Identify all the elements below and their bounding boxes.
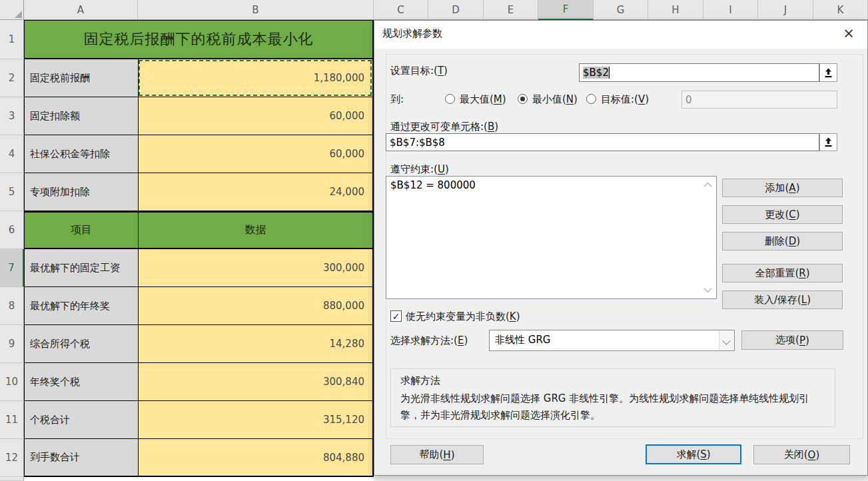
close-icon[interactable]: ×	[835, 22, 862, 45]
label-text: )	[502, 93, 506, 105]
column-header-d[interactable]: D	[428, 0, 484, 20]
mnemonic: V	[638, 93, 645, 105]
mnemonic: E	[458, 334, 464, 346]
cell-a3-label[interactable]: 固定扣除额	[24, 97, 138, 135]
cell-b2-value[interactable]: 1,180,000	[138, 59, 374, 97]
column-header-f-active[interactable]: F	[538, 0, 594, 20]
column-header-g[interactable]: G	[594, 0, 648, 20]
cell-b8-value[interactable]: 880,000	[138, 287, 374, 325]
range-picker-button-objective[interactable]	[819, 63, 837, 82]
radio-max-label[interactable]: 最大值(M)	[460, 93, 506, 106]
cell-a8-label[interactable]: 最优解下的年终奖	[24, 287, 138, 325]
row-header-6[interactable]: 6	[0, 211, 24, 249]
label-text: )	[805, 334, 809, 346]
row-header-7-active[interactable]: 7	[0, 249, 24, 287]
row-header-3[interactable]: 3	[0, 97, 24, 135]
changing-cells-input[interactable]: $B$7:$B$8	[386, 133, 819, 151]
non-negative-label[interactable]: 使无约束变量为非负数(K)	[406, 310, 520, 323]
cell-a6-section-header[interactable]: 项目	[24, 211, 138, 249]
label-text: )	[645, 93, 649, 105]
close-button[interactable]: 关闭(O)	[753, 445, 850, 464]
cell-b7-value[interactable]: 300,000	[138, 249, 374, 287]
load-save-button[interactable]: 装入/保存(L)	[722, 290, 843, 309]
label-text: )	[445, 163, 449, 175]
mnemonic: C	[789, 209, 795, 221]
row-header-13[interactable]	[0, 477, 24, 481]
row-header-11[interactable]: 11	[0, 401, 24, 439]
mnemonic: M	[494, 93, 502, 105]
label-text: 删除(	[765, 235, 789, 248]
column-header-j[interactable]: J	[758, 0, 813, 20]
collapse-dialog-icon	[824, 68, 833, 78]
constraints-listbox[interactable]: $B$12 = 800000	[386, 176, 717, 299]
change-constraint-button[interactable]: 更改(C)	[722, 205, 843, 224]
mnemonic: A	[789, 182, 795, 194]
non-negative-checkbox[interactable]: ✓	[390, 310, 402, 322]
dropdown-chevron-box[interactable]	[719, 330, 734, 350]
cell-a11-label[interactable]: 个税合计	[24, 401, 138, 439]
column-header-a[interactable]: A	[24, 0, 138, 20]
row-13-cells[interactable]	[24, 477, 374, 481]
row-header-9[interactable]: 9	[0, 325, 24, 363]
cell-b10-value[interactable]: 300,840	[138, 363, 374, 401]
help-button[interactable]: 帮助(H)	[390, 445, 484, 464]
changing-cells-label: 通过更改可变单元格:(B)	[390, 121, 498, 133]
column-header-k[interactable]: K	[813, 0, 868, 20]
column-header-h[interactable]: H	[648, 0, 703, 20]
radio-value-of-label[interactable]: 目标值:(V)	[601, 93, 649, 106]
column-header-e[interactable]: E	[484, 0, 538, 20]
cell-a12-label[interactable]: 到手数合计	[24, 439, 138, 477]
radio-min-selected[interactable]	[518, 94, 528, 104]
cell-b6-section-header[interactable]: 数据	[138, 211, 374, 249]
chevron-down-icon	[722, 336, 731, 345]
row-header-10[interactable]: 10	[0, 363, 24, 401]
sheet-title-cell[interactable]: 固定税后报酬下的税前成本最小化	[24, 20, 374, 59]
mnemonic: U	[438, 163, 445, 175]
cell-a4-label[interactable]: 社保公积金等扣除	[24, 135, 138, 173]
row-header-2[interactable]: 2	[0, 59, 24, 97]
column-header-i[interactable]: I	[703, 0, 758, 20]
cell-a5-label[interactable]: 专项附加扣除	[24, 173, 138, 211]
cell-a7-label[interactable]: 最优解下的固定工资	[24, 249, 138, 287]
delete-constraint-button[interactable]: 删除(D)	[722, 232, 843, 250]
radio-min-label[interactable]: 最小值(N)	[532, 93, 578, 106]
dialog-titlebar[interactable]	[374, 21, 867, 49]
cell-b11-value[interactable]: 315,120	[138, 401, 374, 439]
radio-value-of[interactable]	[586, 94, 596, 104]
cell-a10-label[interactable]: 年终奖个税	[24, 363, 138, 401]
collapse-dialog-icon	[824, 137, 833, 147]
select-all-triangle-icon	[15, 11, 22, 18]
label-text: )	[574, 93, 578, 105]
solving-method-label: 选择求解方法:(E)	[390, 334, 468, 347]
constraint-item[interactable]: $B$12 = 800000	[386, 177, 716, 191]
row-header-4[interactable]: 4	[0, 135, 24, 173]
column-header-c[interactable]: C	[374, 0, 428, 20]
mnemonic: K	[510, 310, 516, 322]
solve-button[interactable]: 求解(S)	[646, 444, 741, 464]
label-text: 装入/保存(	[754, 294, 801, 306]
range-picker-button-changing-cells[interactable]	[819, 133, 837, 151]
scroll-down-icon[interactable]	[703, 284, 712, 293]
solving-method-dropdown[interactable]: 非线性 GRG	[489, 330, 735, 351]
column-header-b[interactable]: B	[138, 0, 374, 20]
cell-a9-label[interactable]: 综合所得个税	[24, 325, 138, 363]
row-header-1[interactable]: 1	[0, 20, 24, 59]
add-constraint-button[interactable]: 添加(A)	[722, 179, 843, 197]
row-header-12[interactable]: 12	[0, 439, 24, 477]
cell-b4-value[interactable]: 60,000	[138, 135, 374, 173]
objective-cell-input[interactable]: $B$2	[579, 63, 819, 82]
row-header-5[interactable]: 5	[0, 173, 24, 211]
mnemonic: R	[799, 267, 805, 279]
cell-b5-value[interactable]: 24,000	[138, 173, 374, 211]
row-header-8[interactable]: 8	[0, 287, 24, 325]
reset-all-button[interactable]: 全部重置(R)	[722, 264, 843, 282]
select-all-corner[interactable]	[0, 0, 24, 20]
mnemonic: S	[700, 448, 707, 460]
cell-b12-value[interactable]: 804,880	[138, 439, 374, 477]
cell-a2-label[interactable]: 固定税前报酬	[24, 59, 138, 97]
cell-b9-value[interactable]: 14,280	[138, 325, 374, 363]
label-text: 通过更改可变单元格:(	[390, 121, 488, 133]
options-button[interactable]: 选项(P)	[741, 330, 843, 350]
radio-max[interactable]	[445, 94, 455, 104]
cell-b3-value[interactable]: 60,000	[138, 97, 374, 135]
